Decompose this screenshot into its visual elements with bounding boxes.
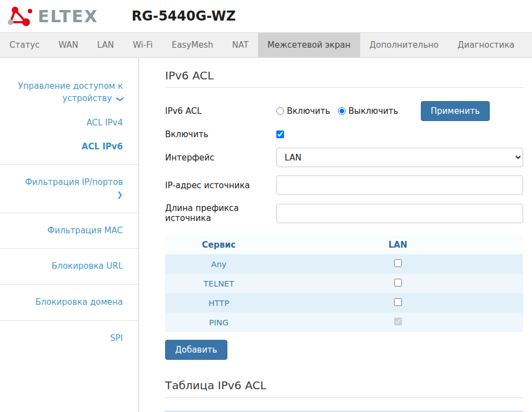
app-header: ELTEX RG-5440G-WZ <box>0 0 532 32</box>
apply-button[interactable]: Применить <box>421 101 490 121</box>
content-wrapper: Управление доступом к устройству ❯ ACL I… <box>0 58 532 412</box>
enable-control <box>276 130 523 138</box>
tab-easymesh[interactable]: EasyMesh <box>162 33 223 57</box>
tab-advanced[interactable]: Дополнительно <box>360 33 448 57</box>
tab-lan[interactable]: LAN <box>88 33 123 57</box>
form-row-acl-state: IPv6 ACL Включить Выключить Применить <box>165 101 523 121</box>
source-ip-control <box>276 175 523 195</box>
radio-enable[interactable] <box>276 107 284 115</box>
tab-usb[interactable]: USB <box>524 33 532 57</box>
sidebar-item-domain-block[interactable]: Блокировка домена <box>0 285 138 321</box>
service-any-checkbox[interactable] <box>394 259 402 267</box>
service-name: PING <box>165 313 272 332</box>
service-column-header: Сервис <box>165 235 272 254</box>
acl-state-controls: Включить Выключить Применить <box>276 101 523 121</box>
table-row-telnet: TELNET <box>165 274 523 293</box>
sidebar-item-spi[interactable]: SPI <box>0 321 138 356</box>
tab-diagnostics[interactable]: Диагностика <box>448 33 524 57</box>
service-table: Сервис LAN Any TELNET HTTP PING <box>165 235 523 332</box>
prefix-label: Длина префикса источника <box>165 203 276 223</box>
radio-enable-label: Включить <box>287 106 330 116</box>
radio-disable-label: Выключить <box>349 106 399 116</box>
form-row-enable: Включить <box>165 129 523 139</box>
radio-disable[interactable] <box>338 107 346 115</box>
prefix-control <box>276 204 523 223</box>
eltex-logo-icon <box>6 4 34 28</box>
sidebar-item-acl-ipv4[interactable]: ACL IPv4 <box>0 108 138 133</box>
page-title: RG-5440G-WZ <box>132 8 236 24</box>
sidebar-item-ip-port-filter[interactable]: Фильтрация IP/портов ❯ <box>0 165 138 213</box>
section-title-acl-table: Таблица IPv6 ACL <box>165 379 523 398</box>
interface-control: LAN <box>276 148 523 167</box>
sidebar-item-device-access[interactable]: Управление доступом к устройству ❯ <box>0 73 138 108</box>
service-name: Any <box>165 254 272 274</box>
radio-enable-option[interactable]: Включить <box>276 106 330 116</box>
eltex-logo: ELTEX <box>6 4 98 28</box>
interface-label: Интерфейс <box>165 153 276 163</box>
form-row-interface: Интерфейс LAN <box>165 148 523 167</box>
table-row-ping: PING <box>165 313 523 332</box>
brand-text: ELTEX <box>38 7 98 26</box>
enable-checkbox[interactable] <box>276 130 284 138</box>
source-ip-input[interactable] <box>276 175 523 195</box>
source-ip-label: IP-адрес источника <box>165 180 276 190</box>
chevron-right-icon: ❯ <box>117 190 123 200</box>
service-ping-checkbox <box>394 318 402 325</box>
service-http-checkbox[interactable] <box>394 298 402 306</box>
sidebar-item-url-block[interactable]: Блокировка URL <box>0 249 138 285</box>
radio-disable-option[interactable]: Выключить <box>338 106 399 116</box>
top-navigation: Статус WAN LAN Wi-Fi EasyMesh NAT Межсет… <box>0 32 532 58</box>
service-table-header-row: Сервис LAN <box>165 235 523 254</box>
chevron-down-icon: ❯ <box>115 96 125 102</box>
main-panel: IPv6 ACL IPv6 ACL Включить Выключить При… <box>139 58 532 412</box>
add-button[interactable]: Добавить <box>165 340 227 360</box>
tab-wan[interactable]: WAN <box>49 33 88 57</box>
sidebar-group-device-access: Управление доступом к устройству ❯ ACL I… <box>0 73 138 165</box>
tab-status[interactable]: Статус <box>0 33 49 57</box>
sidebar-item-acl-ipv6[interactable]: ACL IPv6 <box>0 132 138 157</box>
tab-nat[interactable]: NAT <box>223 33 258 57</box>
enable-label: Включить <box>165 129 276 139</box>
lan-column-header: LAN <box>272 235 523 254</box>
table-row-http: HTTP <box>165 293 523 313</box>
form-row-prefix: Длина префикса источника <box>165 203 523 223</box>
tab-firewall[interactable]: Межсетевой экран <box>258 33 360 57</box>
acl-state-label: IPv6 ACL <box>165 106 276 116</box>
prefix-input[interactable] <box>276 204 523 223</box>
sidebar: Управление доступом к устройству ❯ ACL I… <box>0 58 139 412</box>
section-title-ipv6-acl: IPv6 ACL <box>165 69 523 88</box>
table-row-any: Any <box>165 254 523 274</box>
service-name: HTTP <box>165 293 272 313</box>
service-name: TELNET <box>165 274 272 293</box>
sidebar-item-label: Фильтрация IP/портов <box>25 177 123 187</box>
sidebar-item-mac-filter[interactable]: Фильтрация MAC <box>0 213 138 249</box>
interface-select[interactable]: LAN <box>276 148 523 167</box>
form-row-source-ip: IP-адрес источника <box>165 175 523 195</box>
tab-wifi[interactable]: Wi-Fi <box>123 33 162 57</box>
sidebar-item-label: Управление доступом к устройству <box>18 81 123 103</box>
service-telnet-checkbox[interactable] <box>394 279 402 287</box>
